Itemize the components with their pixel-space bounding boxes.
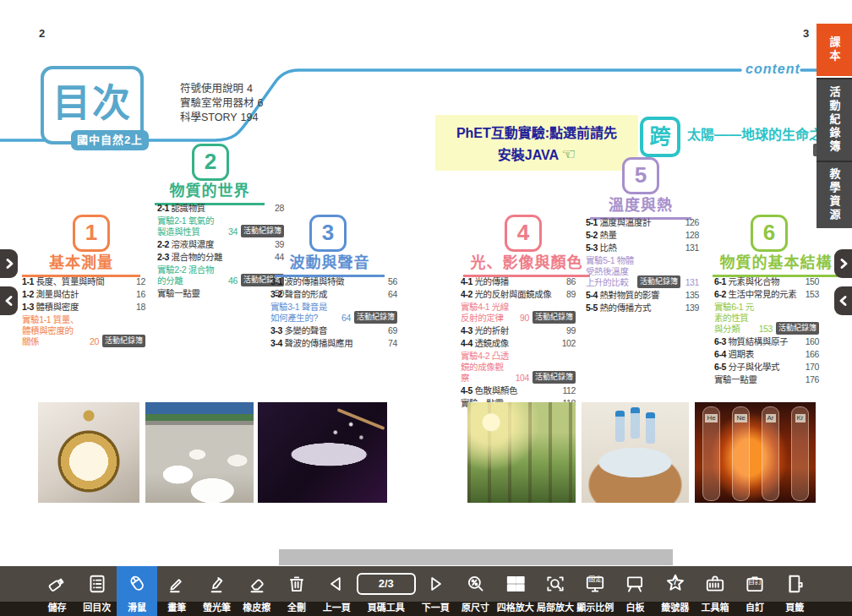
toc-entry[interactable]: 5-2 熱量128 (586, 230, 699, 241)
toc-entry[interactable]: 實驗一點靈50 (157, 288, 284, 299)
toolbar-drag-bar[interactable] (279, 549, 673, 565)
toc-entry[interactable]: 4-1 光的傳播86 (461, 276, 576, 287)
tab-teaching-resources[interactable]: 教學資源 (816, 161, 852, 228)
toc-entry-label: 5-5 熱的傳播方式 (586, 303, 680, 313)
tab-textbook[interactable]: 課本 (816, 24, 852, 76)
number-picker-button[interactable]: 7 籤號器 (655, 566, 695, 616)
toc-entry[interactable]: 4-3 光的折射99 (461, 325, 576, 336)
activity-book-badge: 活動紀錄簿 (241, 225, 284, 237)
toc-entry-page: 112 (560, 385, 576, 396)
toc-entry[interactable]: 3-4 聲波的傳播與應用74 (270, 338, 397, 349)
toc-entry[interactable]: 實驗5-1 物體受熱後溫度上升的比較活動紀錄簿131 (586, 255, 699, 288)
toc-entry-label: 實驗2-1 氧氣的製造與性質 (157, 215, 219, 237)
activity-book-badge: 活動紀錄簿 (532, 371, 576, 384)
drumstick-shape (336, 408, 385, 430)
back-to-toc-button[interactable]: 回目次 (77, 566, 117, 616)
toc-entry[interactable]: 3-2 聲音的形成64 (270, 289, 397, 300)
region-zoom-button[interactable]: 局部放大 (535, 566, 575, 616)
toc-entry[interactable]: 4-5 色散與顏色112 (461, 385, 576, 396)
right-page-number: 3 (803, 27, 809, 40)
region-zoom-icon (535, 566, 575, 602)
toc-entry[interactable]: 實驗4-1 光線反射的定律90活動紀錄簿 (461, 302, 576, 324)
toc-entry-page: 139 (684, 303, 699, 313)
front-matter-entry[interactable]: 實驗室常用器材6 (180, 96, 266, 111)
toc-entry[interactable]: 1-1 長度、質量與時間12 (22, 276, 145, 287)
front-matter-entry[interactable]: 符號使用說明4 (180, 82, 266, 96)
save-button[interactable]: 儲存 (37, 566, 77, 616)
toc-entry-label: 1-1 長度、質量與時間 (22, 276, 127, 287)
toc-entry[interactable]: 5-5 熱的傳播方式139 (586, 303, 699, 313)
next-page-button[interactable]: 下一頁 (416, 566, 456, 616)
toc-entry[interactable]: 5-1 溫度與溫度計126 (586, 217, 699, 228)
delete-all-button[interactable]: 全刪 (276, 566, 316, 616)
phet-java-banner[interactable]: PhET互動實驗:點選前請先 安裝JAVA☜ (435, 115, 638, 171)
photo-ice-bucket-bottles (582, 402, 689, 503)
content-logo: content (746, 62, 800, 77)
toc-entry[interactable]: 2-3 混合物的分離44 (157, 252, 284, 263)
right-edge-back-button[interactable] (834, 286, 852, 315)
toc-entry[interactable]: 1-2 測量與估計16 (22, 289, 145, 300)
previous-page-button[interactable]: 上一頁 (317, 566, 357, 616)
four-grid-zoom-button[interactable]: 四格放大 (495, 566, 535, 616)
chapter-toc-list: 3-1 波的傳播與特徵563-2 聲音的形成64實驗3-1 聲音是如何產生的?6… (270, 276, 397, 351)
toc-entry[interactable]: 實驗1-1 質量、體積與密度的關係20活動紀錄簿 (22, 314, 145, 347)
chapter-title: 溫度與熱 (590, 193, 691, 220)
toc-entry[interactable]: 6-5 分子與化學式170 (714, 362, 819, 373)
toc-entry[interactable]: 6-3 物質結構與原子160 (714, 336, 819, 347)
right-edge-forward-button[interactable] (834, 249, 852, 278)
mouse-tool-button[interactable]: 滑鼠 (117, 566, 156, 616)
original-size-button[interactable]: 原尺寸 (456, 566, 495, 616)
toc-entry[interactable]: 4-2 光的反射與面鏡成像89 (461, 289, 576, 300)
whiteboard-button[interactable]: 白板 (615, 566, 655, 616)
page-indicator[interactable]: 2/3 (357, 573, 416, 595)
toc-entry-page: 64 (382, 289, 397, 300)
photo-gas-discharge-tubes: He Ne Ar Kr (695, 402, 816, 503)
photo-salt-field (145, 402, 254, 503)
toc-entry-label: 6-1 元素與化合物 (714, 276, 800, 287)
toc-entry-label: 6-3 物質結構與原子 (714, 336, 800, 347)
toc-entry-label: 6-2 生活中常見的元素 (714, 289, 800, 300)
toc-entry[interactable]: 2-2 溶液與濃度39 (157, 239, 284, 250)
toc-list-icon (77, 566, 117, 602)
toc-entry-label: 2-1 認識物質 (157, 203, 265, 214)
left-edge-forward-button[interactable] (0, 249, 18, 278)
page-tabs-button[interactable]: 頁籤 (775, 566, 815, 616)
front-matter-list: 符號使用說明4 實驗室常用器材6 科學STORY194 (180, 82, 266, 125)
front-matter-entry[interactable]: 科學STORY194 (180, 111, 266, 125)
toc-entry[interactable]: 5-3 比熱131 (586, 243, 699, 253)
toc-entry[interactable]: 實驗4-2 凸透鏡的成像觀察104活動紀錄簿 (461, 351, 576, 384)
toc-entry[interactable]: 實驗一點靈176 (714, 374, 819, 385)
pen-tool-button[interactable]: 畫筆 (157, 566, 197, 616)
toc-entry[interactable]: 3-3 多變的聲音69 (270, 325, 397, 336)
display-ratio-button[interactable]: 固定 顯示比例 (576, 566, 615, 616)
gas-tube: Ar (762, 406, 779, 501)
toc-entry[interactable]: 6-1 元素與化合物150 (714, 276, 819, 287)
toc-entry-label: 2-3 混合物的分離 (157, 252, 265, 263)
chapter-title: 光、影像與顏色 (463, 250, 590, 277)
tab-activity-workbook[interactable]: 活動紀錄簿 (816, 78, 852, 161)
toc-entry[interactable]: 4-4 透鏡成像102 (461, 338, 576, 349)
toc-entry[interactable]: 實驗2-2 混合物的分離46活動紀錄簿 (157, 264, 284, 286)
toc-entry-page: 102 (560, 338, 576, 349)
toc-entry-page: 89 (560, 289, 576, 300)
toc-entry-page: 34 (222, 226, 238, 237)
highlighter-tool-button[interactable]: 螢光筆 (197, 566, 237, 616)
toc-entry[interactable]: 2-1 認識物質28 (157, 203, 284, 214)
toc-entry-label: 5-3 比熱 (586, 243, 680, 253)
toc-entry[interactable]: 5-4 熱對物質的影響135 (586, 290, 699, 301)
toolbox-button[interactable]: 工具箱 (695, 566, 735, 616)
toc-entry[interactable]: 3-1 波的傳播與特徵56 (270, 276, 397, 287)
page-number-tool[interactable]: 2/3 頁碼工具 (357, 566, 416, 616)
toc-entry-label: 1-3 體積與密度 (22, 302, 127, 313)
bottom-toolbar: 儲存 回目次 滑鼠 畫筆 螢光筆 橡皮擦 全刪 上一頁 2/3 頁碼工具 下一頁… (0, 566, 852, 616)
pencil-icon (157, 566, 197, 602)
left-edge-back-button[interactable] (0, 286, 18, 315)
toc-entry[interactable]: 6-2 生活中常見的元素153 (714, 289, 819, 300)
toc-entry[interactable]: 實驗2-1 氧氣的製造與性質34活動紀錄簿 (157, 215, 284, 237)
toc-entry[interactable]: 實驗3-1 聲音是如何產生的?64活動紀錄簿 (270, 302, 397, 324)
toc-entry[interactable]: 1-3 體積與密度18 (22, 302, 145, 313)
custom-button[interactable]: 自訂 自訂 (735, 566, 775, 616)
toc-entry[interactable]: 實驗6-1 元素的性質與分類153活動紀錄簿 (714, 302, 819, 335)
toc-entry[interactable]: 6-4 週期表166 (714, 349, 819, 360)
eraser-tool-button[interactable]: 橡皮擦 (237, 566, 276, 616)
